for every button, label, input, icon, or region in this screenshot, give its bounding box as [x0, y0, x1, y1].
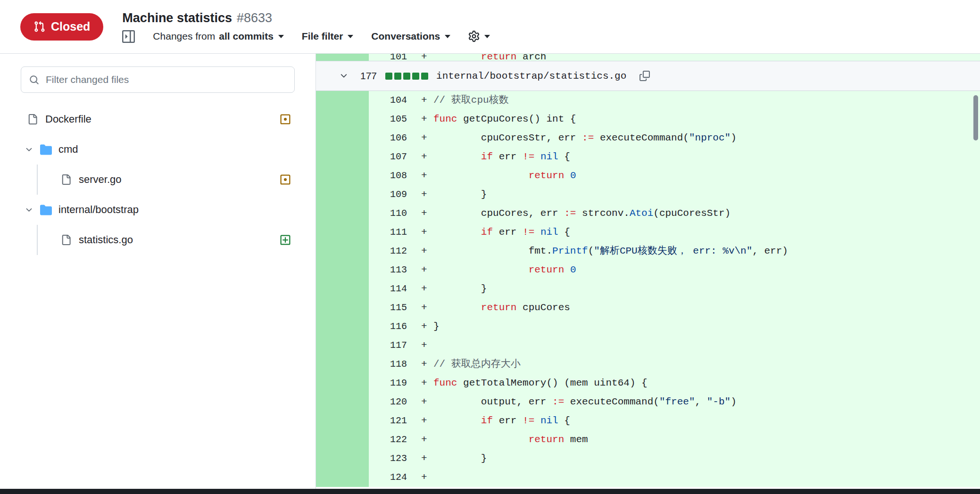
chevron-down-icon [278, 35, 284, 38]
line-number[interactable]: 112 [369, 242, 419, 261]
file-icon [61, 174, 71, 185]
diff-line[interactable]: 110+ cpuCores, err := strconv.Atoi(cpuCo… [316, 204, 980, 223]
copy-file-path-button[interactable] [639, 71, 650, 81]
pr-header: Closed Machine statistics#8633 Changes f… [0, 0, 980, 54]
diff-line[interactable]: 121+ if err != nil { [316, 412, 980, 430]
diff-add-sign: + [419, 54, 433, 61]
line-number[interactable]: 123 [369, 449, 419, 468]
line-number[interactable]: 111 [369, 223, 419, 242]
diff-add-sign: + [419, 449, 433, 468]
chevron-down-icon [25, 206, 33, 214]
diff-line[interactable]: 105+func getCpuCores() int { [316, 110, 980, 129]
diff-add-sign: + [419, 110, 433, 129]
diff-gutter-band [316, 355, 369, 374]
diff-line[interactable]: 119+func getTotalMemory() (mem uint64) { [316, 374, 980, 393]
line-number[interactable]: 116 [369, 317, 419, 336]
diff-file-header[interactable]: 177 internal/bootstrap/statistics.go [316, 61, 980, 91]
tree-item-dockerfile[interactable]: Dockerfile [0, 104, 316, 134]
code-line: if err != nil { [433, 223, 980, 242]
line-number[interactable]: 115 [369, 298, 419, 317]
diffstat-square [421, 73, 428, 80]
file-added-icon [280, 234, 291, 246]
line-number[interactable]: 109 [369, 185, 419, 204]
diff-line[interactable]: 124+ [316, 468, 980, 487]
diff-line[interactable]: 108+ return 0 [316, 166, 980, 185]
copy-icon [639, 71, 650, 81]
line-number[interactable]: 105 [369, 110, 419, 129]
collapse-file-chevron-icon[interactable] [339, 71, 349, 81]
gear-icon [468, 31, 480, 42]
changes-from-dropdown[interactable]: Changes from all commits [153, 31, 283, 42]
diff-add-sign: + [419, 430, 433, 449]
filter-changed-files-input[interactable] [46, 74, 286, 85]
diff-add-sign: + [419, 336, 433, 355]
code-line: fmt.Printf("解析CPU核数失败， err: %v\n", err) [433, 242, 980, 261]
header-main: Machine statistics#8633 Changes from all… [122, 10, 490, 42]
diff-gutter-band [316, 374, 369, 393]
diff-gutter-band [316, 129, 369, 148]
chevron-down-icon [348, 35, 353, 38]
chevron-down-icon [484, 35, 490, 38]
tree-item-statistics-go[interactable]: statistics.go [0, 225, 316, 255]
diffstat-square [385, 73, 392, 80]
diff-line[interactable]: 113+ return 0 [316, 261, 980, 280]
diff-line[interactable]: 122+ return mem [316, 430, 980, 449]
search-icon [29, 75, 39, 85]
file-icon [27, 114, 38, 124]
conversations-dropdown[interactable]: Conversations [371, 31, 450, 42]
diff-add-sign: + [419, 185, 433, 204]
diff-line[interactable]: 116+} [316, 317, 980, 336]
diff-line[interactable]: 114+ } [316, 280, 980, 298]
diff-line[interactable]: 106+ cpuCoresStr, err := executeCommand(… [316, 129, 980, 148]
diff-gutter-band [316, 430, 369, 449]
diff-gutter-band [316, 204, 369, 223]
line-number[interactable]: 122 [369, 430, 419, 449]
diff-gutter-band [316, 317, 369, 336]
diff-line[interactable]: 104+// 获取cpu核数 [316, 91, 980, 110]
diff-line[interactable]: 107+ if err != nil { [316, 148, 980, 166]
diff-add-sign: + [419, 242, 433, 261]
line-number[interactable]: 120 [369, 393, 419, 412]
line-number[interactable]: 107 [369, 148, 419, 166]
line-number[interactable]: 117 [369, 336, 419, 355]
line-number[interactable]: 110 [369, 204, 419, 223]
diff-line[interactable]: 117+ [316, 336, 980, 355]
pr-status-badge: Closed [20, 13, 103, 41]
tree-folder-cmd[interactable]: cmd [0, 134, 316, 165]
line-number[interactable]: 106 [369, 129, 419, 148]
tree-item-label: server.go [79, 173, 122, 186]
line-number[interactable]: 121 [369, 412, 419, 430]
diff-add-sign: + [419, 280, 433, 298]
diff-gutter-band [316, 223, 369, 242]
tree-folder-internal-bootstrap[interactable]: internal/bootstrap [0, 195, 316, 225]
diff-gutter-band [316, 185, 369, 204]
code-line: return 0 [433, 261, 980, 280]
diff-line[interactable]: 118+// 获取总内存大小 [316, 355, 980, 374]
chevron-down-icon [25, 145, 33, 154]
diff-settings-dropdown[interactable] [468, 31, 490, 42]
line-number[interactable]: 104 [369, 91, 419, 110]
diff-line[interactable]: 109+ } [316, 185, 980, 204]
changed-lines-count: 177 [360, 70, 377, 82]
diff-gutter-band [316, 412, 369, 430]
line-number[interactable]: 108 [369, 166, 419, 185]
vertical-scrollbar[interactable] [973, 95, 978, 140]
file-filter-dropdown[interactable]: File filter [302, 31, 354, 42]
toggle-file-tree-button[interactable] [122, 30, 135, 43]
diff-line[interactable]: 115+ return cpuCores [316, 298, 980, 317]
line-number[interactable]: 114 [369, 280, 419, 298]
tree-item-server-go[interactable]: server.go [0, 165, 316, 195]
line-number[interactable]: 118 [369, 355, 419, 374]
line-number[interactable]: 124 [369, 468, 419, 487]
sidebar-collapse-icon [122, 30, 135, 43]
line-number[interactable]: 113 [369, 261, 419, 280]
file-filter-search[interactable] [21, 66, 295, 93]
pr-title-row: Machine statistics#8633 [122, 10, 490, 25]
diff-line[interactable]: 123+ } [316, 449, 980, 468]
diff-line[interactable]: 120+ output, err := executeCommand("free… [316, 393, 980, 412]
line-number[interactable]: 119 [369, 374, 419, 393]
diff-line[interactable]: 111+ if err != nil { [316, 223, 980, 242]
conversations-label: Conversations [371, 31, 440, 42]
diff-gutter-band [316, 393, 369, 412]
diff-line[interactable]: 112+ fmt.Printf("解析CPU核数失败， err: %v\n", … [316, 242, 980, 261]
